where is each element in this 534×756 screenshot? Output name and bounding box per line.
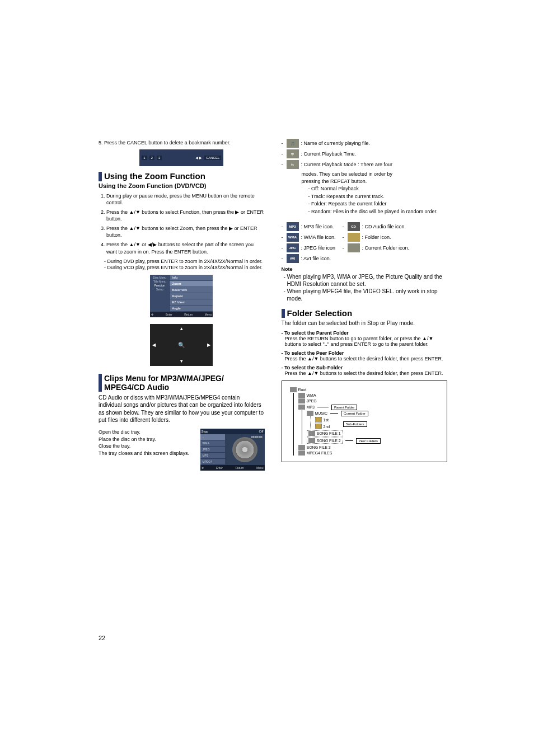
menu-btm-menu: Menu bbox=[205, 313, 212, 316]
fd-2nd: 2nd bbox=[324, 425, 330, 429]
sub-folder-body: Press the ▲/▼ buttons to select the desi… bbox=[285, 370, 448, 376]
clipshot-item-jpeg: JPEG bbox=[200, 447, 225, 453]
fd-mpeg: MPEG4 FILES bbox=[307, 451, 332, 455]
cd-audio-file-icon: CD bbox=[348, 222, 360, 231]
note-heading: Note bbox=[282, 266, 448, 272]
avi-file-icon-label: : AVI file icon. bbox=[301, 256, 331, 261]
note-item-2: When playing MPEG4 file, the VIDEO SEL. … bbox=[287, 288, 448, 302]
clips-instructions: Open the disc tray. Place the disc on th… bbox=[99, 429, 195, 457]
filename-icon: 🎵 bbox=[287, 139, 299, 148]
clips-body-text: CD Audio or discs with MP3/WMA/JPEG/MPEG… bbox=[99, 394, 265, 424]
folder-tree-diagram: Root WMA JPEG MP3 Parent Folder MUSIC Cu… bbox=[282, 381, 448, 462]
parent-folder-title: - To select the Parent Folder bbox=[282, 330, 448, 336]
wma-file-icon-label: : WMA file icon. bbox=[301, 234, 340, 240]
mode-tail-2: pressing the REPEAT button. bbox=[302, 178, 448, 185]
menu-btm-enter: Enter bbox=[166, 313, 172, 316]
menu-item-repeat: Repeat bbox=[170, 293, 213, 299]
clipshot-time: 00:00:00 bbox=[251, 435, 262, 439]
bookmark-osd-figure: 1 2 3 ◀ ▶ CANCEL bbox=[139, 149, 223, 166]
menu-item-ezview: EZ View bbox=[170, 299, 213, 306]
clipshot-off: Off bbox=[259, 430, 264, 433]
clipshot-item-mp3: MP3 bbox=[200, 453, 225, 459]
zoom-arrow-left-icon: ◀ bbox=[152, 342, 156, 348]
zoom-note-dvd: - During DVD play, press ENTER to zoom i… bbox=[104, 259, 265, 264]
mode-off: - Off: Normal Playback bbox=[308, 185, 448, 192]
cd-audio-file-icon-label: : CD Audio file icon. bbox=[362, 224, 406, 229]
jpeg-file-icon: JPG bbox=[287, 243, 299, 252]
current-folder-icon-label: : Current Folder icon. bbox=[362, 245, 410, 251]
disc-icon bbox=[232, 437, 257, 462]
folder-selection-heading: Folder Selection bbox=[282, 309, 448, 318]
side-function: Function bbox=[151, 284, 168, 288]
right-column: -🎵: Name of currently playing file. -⏲: … bbox=[282, 137, 448, 471]
menu-item-info: Info bbox=[170, 275, 213, 281]
fd-subs-label: Sub-Folders bbox=[343, 421, 367, 427]
mode-track: - Track: Repeats the current track. bbox=[308, 193, 448, 200]
bookmark-num-1: 1 bbox=[142, 156, 147, 160]
zoom-function-subheading: Using the Zoom Function (DVD/VCD) bbox=[99, 182, 265, 189]
playmode-icon: ↻ bbox=[287, 160, 299, 169]
zoom-step-3: Press the ▲/▼ buttons to select Zoom, th… bbox=[106, 225, 265, 238]
clips-instr-3: Close the tray. bbox=[99, 443, 195, 450]
clips-instr-1: Open the disc tray. bbox=[99, 429, 195, 436]
page-number: 22 bbox=[99, 635, 105, 641]
folder-icon-label: : Folder icon. bbox=[362, 234, 391, 240]
zoom-function-heading: Using the Zoom Function bbox=[99, 172, 265, 181]
zoom-screen-figure: ▲ ▼ ◀ ▶ 🔍 bbox=[150, 324, 213, 366]
mode-tail-1: modes. They can be selected in order by bbox=[302, 171, 448, 178]
zoom-menu-figure: Disc Menu Title Menu Function Setup Info… bbox=[150, 275, 213, 317]
fd-music: MUSIC bbox=[315, 411, 328, 415]
clips-instr-2: Place the disc on the tray. bbox=[99, 436, 195, 443]
bookmark-num-2: 2 bbox=[149, 156, 154, 160]
fd-mp3: MP3 bbox=[307, 405, 315, 409]
playtime-desc: : Current Playback Time. bbox=[301, 151, 357, 157]
parent-folder-body: Press the RETURN button to go to parent … bbox=[285, 336, 448, 347]
playmode-desc: : Current Playback Mode : There are four bbox=[301, 162, 392, 167]
left-column: 5. Press the CANCEL button to delete a b… bbox=[99, 137, 265, 471]
clipshot-item-wma: WMA bbox=[200, 440, 225, 447]
fd-peers-label: Peer Folders bbox=[356, 438, 381, 444]
bookmark-num-3: 3 bbox=[157, 156, 162, 160]
clips-menu-heading: Clips Menu for MP3/WMA/JPEG/ MPEG4/CD Au… bbox=[99, 374, 265, 392]
fd-sf3: SONG FILE 3 bbox=[307, 445, 331, 449]
fd-parent-label: Parent Folder bbox=[331, 405, 357, 410]
fd-1st: 1st bbox=[324, 418, 329, 422]
zoom-step-1: During play or pause mode, press the MEN… bbox=[106, 192, 265, 206]
fd-wma: WMA bbox=[307, 393, 316, 397]
zoom-notes: - During DVD play, press ENTER to zoom i… bbox=[99, 259, 265, 270]
clipshot-btm-return: Return bbox=[235, 466, 243, 469]
menu-item-bookmark: Bookmark bbox=[170, 287, 213, 293]
side-setup: Setup bbox=[151, 288, 168, 292]
mode-folder: - Folder: Repeats the current folder bbox=[308, 200, 448, 208]
step-5-text: 5. Press the CANCEL button to delete a b… bbox=[99, 139, 265, 146]
zoom-note-vcd: - During VCD play, press ENTER to zoom i… bbox=[104, 265, 265, 270]
clipshot-stop: Stop bbox=[202, 430, 208, 433]
fd-sf1: SONG FILE 1 bbox=[317, 431, 341, 435]
zoom-step-4: Press the ▲/▼ or ◀/▶ buttons to select t… bbox=[106, 241, 265, 255]
zoom-steps-list: During play or pause mode, press the MEN… bbox=[99, 192, 265, 255]
zoom-step-2: Press the ▲/▼ buttons to select Function… bbox=[106, 209, 265, 222]
folder-icon bbox=[348, 233, 360, 242]
note-block: Note When playing MP3, WMA or JPEG, the … bbox=[282, 266, 448, 302]
clips-instr-4: The tray closes and this screen displays… bbox=[99, 450, 195, 457]
wma-file-icon: WMA bbox=[287, 233, 299, 242]
bookmark-nav-arrows: ◀ ▶ bbox=[195, 156, 202, 160]
bookmark-cancel-label: CANCEL bbox=[204, 156, 221, 160]
mode-random: - Random: Files in the disc will be play… bbox=[308, 208, 448, 215]
peer-folder-title: - To select the Peer Folder bbox=[282, 350, 448, 356]
zoom-arrow-right-icon: ▶ bbox=[207, 342, 210, 348]
menu-btm-return: Return bbox=[184, 313, 193, 316]
mp3-file-icon-label: : MP3 file icon. bbox=[301, 224, 340, 229]
clipshot-btm-enter: Enter bbox=[216, 466, 223, 469]
clipshot-item-mpeg4: MPEG4 bbox=[200, 459, 225, 465]
mp3-file-icon: MP3 bbox=[287, 222, 299, 231]
fd-current-label: Current Folder bbox=[341, 411, 368, 416]
playtime-icon: ⏲ bbox=[287, 149, 299, 158]
current-folder-icon bbox=[348, 243, 360, 252]
filename-desc: : Name of currently playing file. bbox=[301, 140, 371, 146]
zoom-arrow-up-icon: ▲ bbox=[179, 326, 184, 331]
clipshot-btm-menu: Menu bbox=[256, 466, 264, 469]
sub-folder-title: - To select the Sub-Folder bbox=[282, 365, 448, 370]
peer-folder-body: Press the ▲/▼ buttons to select the desi… bbox=[285, 356, 448, 361]
zoom-magnifier-icon: 🔍 bbox=[178, 342, 185, 348]
